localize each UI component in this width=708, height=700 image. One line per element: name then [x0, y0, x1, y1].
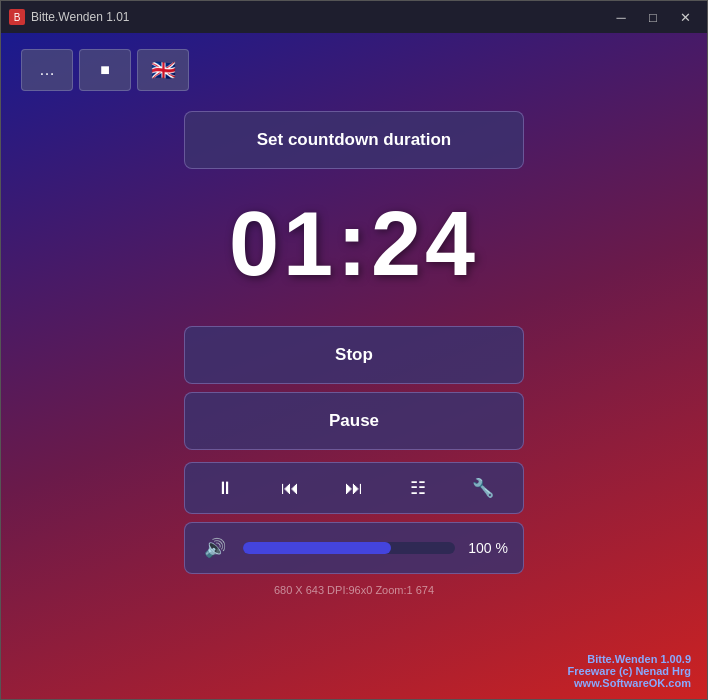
toolbar: … ■ 🇬🇧 — [21, 49, 687, 91]
playlist-icon: ☷ — [410, 477, 426, 499]
minimize-button[interactable]: ─ — [607, 7, 635, 27]
app-version-link[interactable]: Bitte.Wenden 1.00.9 — [568, 653, 691, 665]
volume-fill — [243, 542, 391, 554]
window-title: Bitte.Wenden 1.01 — [31, 10, 607, 24]
countdown-display: 01:24 — [229, 193, 479, 296]
set-countdown-button[interactable]: Set countdown duration — [184, 111, 524, 169]
settings-button[interactable]: 🔧 — [459, 468, 507, 508]
app-window: B Bitte.Wenden 1.01 ─ □ ✕ … ■ 🇬🇧 Set cou… — [0, 0, 708, 700]
website-link[interactable]: www.SoftwareOK.com — [568, 677, 691, 689]
status-text: 680 X 643 DPI:96x0 Zoom:1 674 — [274, 584, 434, 596]
toolbar-dots-button[interactable]: … — [21, 49, 73, 91]
stop-button[interactable]: Stop — [184, 326, 524, 384]
volume-icon: 🔊 — [204, 537, 226, 559]
forward-icon: ⏭ — [345, 478, 363, 499]
maximize-button[interactable]: □ — [639, 7, 667, 27]
titlebar: B Bitte.Wenden 1.01 ─ □ ✕ — [1, 1, 707, 33]
volume-slider[interactable] — [243, 542, 455, 554]
media-controls-row: ⏸ ⏮ ⏭ ☷ 🔧 — [184, 462, 524, 514]
bottom-info: Bitte.Wenden 1.00.9 Freeware (c) Nenad H… — [568, 653, 691, 689]
pause-button[interactable]: Pause — [184, 392, 524, 450]
close-button[interactable]: ✕ — [671, 7, 699, 27]
rewind-icon: ⏮ — [281, 478, 299, 499]
rewind-button[interactable]: ⏮ — [266, 468, 314, 508]
window-controls: ─ □ ✕ — [607, 7, 699, 27]
app-icon: B — [9, 9, 25, 25]
pause-media-icon: ⏸ — [216, 478, 234, 499]
volume-button[interactable]: 🔊 — [195, 528, 235, 568]
freeware-link[interactable]: Freeware (c) Nenad Hrg — [568, 665, 691, 677]
pause-media-button[interactable]: ⏸ — [201, 468, 249, 508]
volume-row: 🔊 100 % — [184, 522, 524, 574]
playlist-button[interactable]: ☷ — [394, 468, 442, 508]
toolbar-language-button[interactable]: 🇬🇧 — [137, 49, 189, 91]
forward-button[interactable]: ⏭ — [330, 468, 378, 508]
toolbar-stop-square-button[interactable]: ■ — [79, 49, 131, 91]
wrench-icon: 🔧 — [472, 477, 494, 499]
volume-percent-label: 100 % — [463, 540, 513, 556]
main-content: … ■ 🇬🇧 Set countdown duration 01:24 Stop… — [1, 33, 707, 699]
